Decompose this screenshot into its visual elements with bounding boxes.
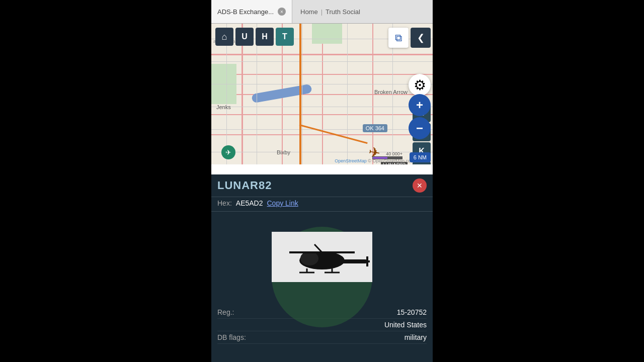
svg-point-1 <box>300 251 318 265</box>
grid-h5 <box>211 129 433 130</box>
info-header: LUNAR82 ✕ <box>211 174 433 197</box>
callsign-label: LUNAR82 <box>217 179 272 192</box>
home-icon: ⌂ <box>222 32 227 42</box>
left-black-panel <box>0 0 211 362</box>
layers-icon: ⧉ <box>395 32 402 44</box>
tab-separator: | <box>321 8 323 16</box>
country-label <box>217 321 219 329</box>
airport-icon: ✈ <box>221 145 235 159</box>
jenks-label: Jenks <box>216 104 231 110</box>
scale-bar: 40 000+ <box>372 151 403 159</box>
db-flags-row: DB flags: military <box>217 331 427 344</box>
route-line-v <box>299 24 301 164</box>
grid-v3 <box>302 24 302 164</box>
active-tab[interactable]: ADS-B Exchange... × <box>211 0 292 23</box>
grid-h2 <box>211 61 433 62</box>
t-label: T <box>282 32 287 41</box>
hex-row: Hex: AE5AD2 Copy Link <box>211 197 433 212</box>
broken-arrow-label: Broken Arrow <box>374 89 408 95</box>
map-area[interactable]: Broken Arrow Jenks Bixby OK 364 ✈ ✈ LUNA… <box>211 24 433 164</box>
toolbar-home-btn[interactable]: ⌂ <box>215 28 233 46</box>
layers-button[interactable]: ⧉ <box>388 28 409 48</box>
bixby-label: Bixby <box>277 149 290 155</box>
scale-line <box>372 156 403 159</box>
copy-link-button[interactable]: Copy Link <box>267 199 298 207</box>
helicopter-image-area <box>211 212 433 302</box>
zoom-controls: + − <box>409 94 431 139</box>
tab-home-label: Home <box>300 8 318 16</box>
zoom-in-button[interactable]: + <box>409 94 431 116</box>
settings-button[interactable]: ⚙ <box>409 74 431 96</box>
grid-h3 <box>211 84 433 84</box>
grid-v4 <box>347 24 348 164</box>
nm-button[interactable]: 6 NM <box>410 152 431 162</box>
grid-h4 <box>211 107 433 107</box>
scale-label: 40 000+ <box>372 151 403 156</box>
hex-value: AE5AD2 <box>236 199 263 207</box>
country-value: United States <box>384 321 427 329</box>
tab-truth-social-label: Truth Social <box>326 8 360 16</box>
main-content: ADS-B Exchange... × Home | Truth Social <box>211 0 433 362</box>
u-label: U <box>242 32 248 41</box>
active-tab-label: ADS-B Exchange... <box>217 8 274 16</box>
hex-label: Hex: <box>217 199 232 207</box>
settings-icon: ⚙ <box>414 77 426 94</box>
toolbar-u-btn[interactable]: U <box>235 28 254 46</box>
tab-close-button[interactable]: × <box>278 8 286 16</box>
helicopter-svg <box>274 234 370 280</box>
green-area-2 <box>312 24 342 44</box>
h-label: H <box>262 32 268 41</box>
back-button[interactable]: ❮ <box>411 28 431 48</box>
helicopter-photo <box>272 232 372 282</box>
reg-value: 15-20752 <box>397 308 427 316</box>
close-panel-button[interactable]: ✕ <box>413 178 427 193</box>
zoom-out-button[interactable]: − <box>409 117 431 139</box>
back-icon: ❮ <box>417 32 425 43</box>
road-pink-v3 <box>322 24 323 164</box>
tab-bar: ADS-B Exchange... × Home | Truth Social <box>211 0 433 24</box>
ok364-badge: OK 364 <box>363 124 387 132</box>
right-black-panel <box>433 0 644 362</box>
toolbar-h-btn[interactable]: H <box>256 28 274 46</box>
road-pink-v4 <box>372 24 373 164</box>
svg-rect-2 <box>340 259 367 263</box>
map-toolbar: ⌂ U H T <box>215 28 294 46</box>
other-tab[interactable]: Home | Truth Social <box>292 0 433 23</box>
reg-label: Reg.: <box>217 308 234 316</box>
osm-link[interactable]: OpenStreetMap <box>335 158 367 163</box>
db-flags-value: military <box>405 333 427 341</box>
svg-rect-11 <box>322 252 331 258</box>
db-flags-label: DB flags: <box>217 333 246 341</box>
toolbar-t-btn[interactable]: T <box>276 28 294 46</box>
info-panel: LUNAR82 ✕ Hex: AE5AD2 Copy Link <box>211 174 433 362</box>
